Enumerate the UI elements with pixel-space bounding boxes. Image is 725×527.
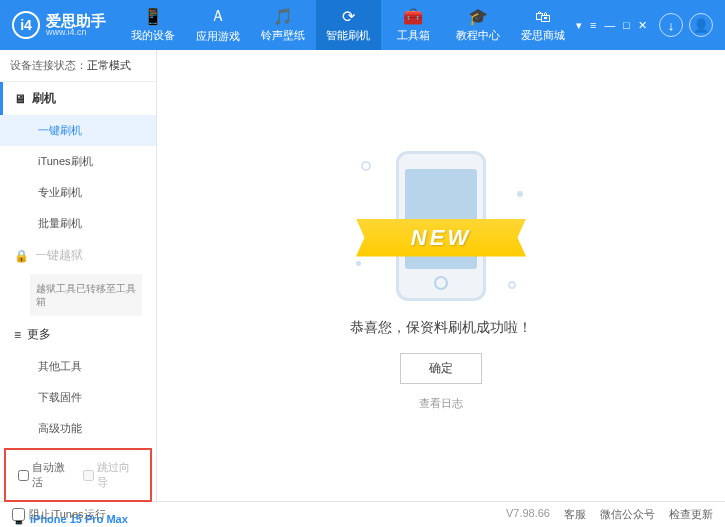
sidebar-section-more[interactable]: ≡ 更多	[0, 318, 156, 351]
footer-link-update[interactable]: 检查更新	[669, 507, 713, 522]
version-label: V7.98.66	[506, 507, 550, 522]
device-icon: 📱	[143, 7, 163, 26]
nav-flash[interactable]: ⟳智能刷机	[316, 0, 381, 50]
nav-my-device[interactable]: 📱我的设备	[121, 0, 186, 50]
sidebar-item-pro-flash[interactable]: 专业刷机	[0, 177, 156, 208]
ok-button[interactable]: 确定	[400, 353, 482, 384]
app-header: i4 爱思助手 www.i4.cn 📱我的设备 Ａ应用游戏 🎵铃声壁纸 ⟳智能刷…	[0, 0, 725, 50]
success-message: 恭喜您，保资料刷机成功啦！	[350, 319, 532, 337]
app-icon: Ａ	[210, 6, 226, 27]
checkbox-skip-guide[interactable]: 跳过向导	[83, 460, 138, 490]
sidebar-item-itunes-flash[interactable]: iTunes刷机	[0, 146, 156, 177]
window-controls: ▾ ≡ — □ ✕	[576, 19, 647, 32]
sidebar-item-oneclick-flash[interactable]: 一键刷机	[0, 115, 156, 146]
maximize-icon[interactable]: □	[623, 19, 630, 32]
music-icon: 🎵	[273, 7, 293, 26]
user-button[interactable]: 👤	[689, 13, 713, 37]
sidebar-section-jailbreak: 🔒 一键越狱	[0, 239, 156, 272]
sidebar-item-other-tools[interactable]: 其他工具	[0, 351, 156, 382]
main-nav: 📱我的设备 Ａ应用游戏 🎵铃声壁纸 ⟳智能刷机 🧰工具箱 🎓教程中心 🛍爱思商城	[121, 0, 576, 50]
app-name: 爱思助手	[46, 13, 106, 28]
connection-status: 设备连接状态：正常模式	[0, 50, 156, 82]
flash-icon: ⟳	[342, 7, 355, 26]
footer-link-wechat[interactable]: 微信公众号	[600, 507, 655, 522]
tutorial-icon: 🎓	[468, 7, 488, 26]
checkbox-block-itunes[interactable]: 阻止iTunes运行	[12, 507, 106, 522]
logo-area: i4 爱思助手 www.i4.cn	[12, 11, 121, 39]
new-ribbon: NEW	[356, 219, 526, 257]
view-log-link[interactable]: 查看日志	[419, 396, 463, 411]
store-icon: 🛍	[535, 8, 551, 26]
sidebar-section-flash[interactable]: 🖥 刷机	[0, 82, 156, 115]
dropdown-icon[interactable]: ▾	[576, 19, 582, 32]
sidebar-item-advanced[interactable]: 高级功能	[0, 413, 156, 444]
sidebar-item-batch-flash[interactable]: 批量刷机	[0, 208, 156, 239]
logo-icon: i4	[12, 11, 40, 39]
toolbox-icon: 🧰	[403, 7, 423, 26]
minimize-icon[interactable]: —	[604, 19, 615, 32]
nav-store[interactable]: 🛍爱思商城	[511, 0, 576, 50]
lock-icon: 🔒	[14, 249, 29, 263]
success-illustration: NEW	[351, 141, 531, 301]
app-url: www.i4.cn	[46, 28, 106, 37]
menu-icon[interactable]: ≡	[590, 19, 596, 32]
nav-apps[interactable]: Ａ应用游戏	[186, 0, 251, 50]
jailbreak-note: 越狱工具已转移至工具箱	[30, 274, 142, 316]
nav-tools[interactable]: 🧰工具箱	[381, 0, 446, 50]
checkbox-auto-activate[interactable]: 自动激活	[18, 460, 73, 490]
download-button[interactable]: ↓	[659, 13, 683, 37]
list-icon: ≡	[14, 328, 21, 342]
sidebar: 设备连接状态：正常模式 🖥 刷机 一键刷机 iTunes刷机 专业刷机 批量刷机…	[0, 50, 157, 501]
sidebar-item-download-firmware[interactable]: 下载固件	[0, 382, 156, 413]
main-content: NEW 恭喜您，保资料刷机成功啦！ 确定 查看日志	[157, 50, 725, 501]
footer-link-support[interactable]: 客服	[564, 507, 586, 522]
monitor-icon: 🖥	[14, 92, 26, 106]
close-icon[interactable]: ✕	[638, 19, 647, 32]
nav-tutorials[interactable]: 🎓教程中心	[446, 0, 511, 50]
options-row: 自动激活 跳过向导	[4, 448, 152, 502]
nav-ringtones[interactable]: 🎵铃声壁纸	[251, 0, 316, 50]
